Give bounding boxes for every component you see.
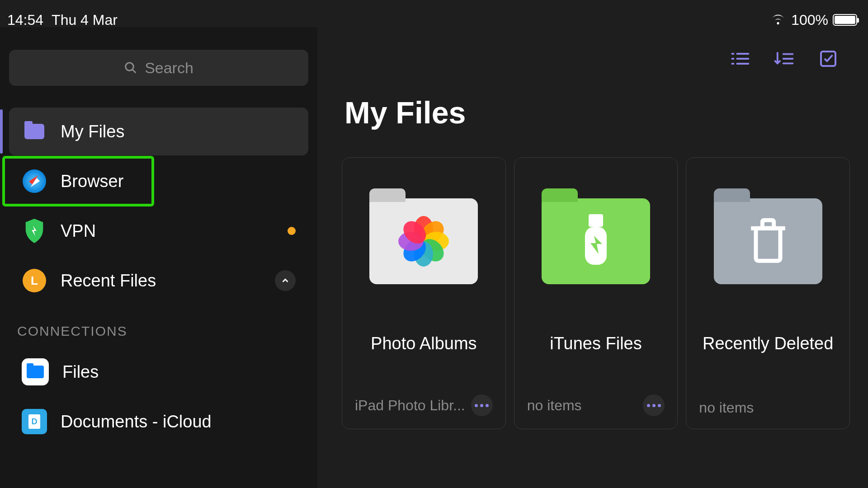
svg-rect-14: [756, 228, 780, 261]
documents-app-icon: D: [22, 409, 47, 434]
chevron-up-icon[interactable]: [275, 270, 296, 291]
page-title: My Files: [344, 95, 850, 130]
svg-point-0: [126, 63, 134, 71]
shield-icon: [22, 219, 47, 243]
folder-icon: [369, 198, 478, 284]
connections-heading: CONNECTIONS: [9, 324, 308, 339]
search-placeholder: Search: [145, 59, 193, 77]
sidebar-item-label: VPN: [61, 221, 96, 241]
compass-icon: [22, 169, 47, 194]
status-dot-icon: [288, 227, 296, 235]
list-view-icon[interactable]: [729, 50, 750, 68]
sidebar-item-vpn[interactable]: VPN: [9, 207, 308, 255]
sidebar: Search My Files Browser VPN L Recent Fil…: [0, 27, 317, 488]
trash-icon: [748, 214, 788, 268]
clock-icon: L: [22, 268, 47, 293]
usb-drive-icon: [576, 214, 616, 268]
sidebar-item-label: My Files: [61, 122, 124, 141]
sidebar-item-label: Browser: [61, 172, 123, 191]
folder-card-itunes-files[interactable]: iTunes Files no items: [514, 157, 678, 429]
search-input[interactable]: Search: [9, 50, 308, 86]
files-app-icon: [22, 358, 49, 385]
folder-icon: [714, 198, 822, 284]
folder-title: Recently Deleted: [703, 334, 833, 353]
select-icon[interactable]: [817, 50, 839, 68]
folder-subtitle: no items: [699, 399, 754, 416]
battery-percentage: 100%: [791, 12, 828, 28]
more-button[interactable]: [471, 394, 493, 416]
folder-subtitle: iPad Photo Libr...: [355, 397, 465, 414]
sidebar-item-documents-icloud[interactable]: D Documents - iCloud: [9, 398, 308, 446]
folder-subtitle: no items: [527, 397, 582, 414]
folder-icon: [542, 198, 650, 284]
status-time: 14:54: [7, 12, 43, 28]
folder-card-photo-albums[interactable]: Photo Albums iPad Photo Libr...: [342, 157, 506, 429]
svg-rect-16: [762, 220, 774, 228]
photos-flower-icon: [399, 216, 448, 266]
status-date: Thu 4 Mar: [52, 12, 118, 28]
sidebar-item-browser[interactable]: Browser: [4, 157, 153, 205]
sidebar-item-my-files[interactable]: My Files: [9, 108, 308, 155]
wifi-icon: [769, 12, 787, 28]
folder-grid: Photo Albums iPad Photo Libr... iTunes F…: [342, 157, 850, 429]
folder-title: iTunes Files: [550, 334, 642, 353]
toolbar: [342, 50, 850, 68]
more-button[interactable]: [643, 394, 665, 416]
sidebar-item-label: Documents - iCloud: [61, 412, 212, 432]
battery-icon: [833, 14, 857, 26]
folder-title: Photo Albums: [371, 334, 476, 353]
svg-rect-12: [589, 214, 603, 227]
sidebar-item-files[interactable]: Files: [9, 348, 308, 396]
main-panel: My Files Photo Albums iPad Photo Libr...: [317, 41, 868, 488]
sidebar-item-recent-files[interactable]: L Recent Files: [9, 257, 308, 305]
folder-card-recently-deleted[interactable]: Recently Deleted no items: [686, 157, 850, 429]
svg-line-1: [132, 70, 136, 73]
folder-icon: [22, 119, 47, 144]
sidebar-item-label: Files: [62, 362, 99, 382]
sort-icon[interactable]: [773, 50, 795, 68]
sidebar-item-label: Recent Files: [61, 271, 156, 291]
